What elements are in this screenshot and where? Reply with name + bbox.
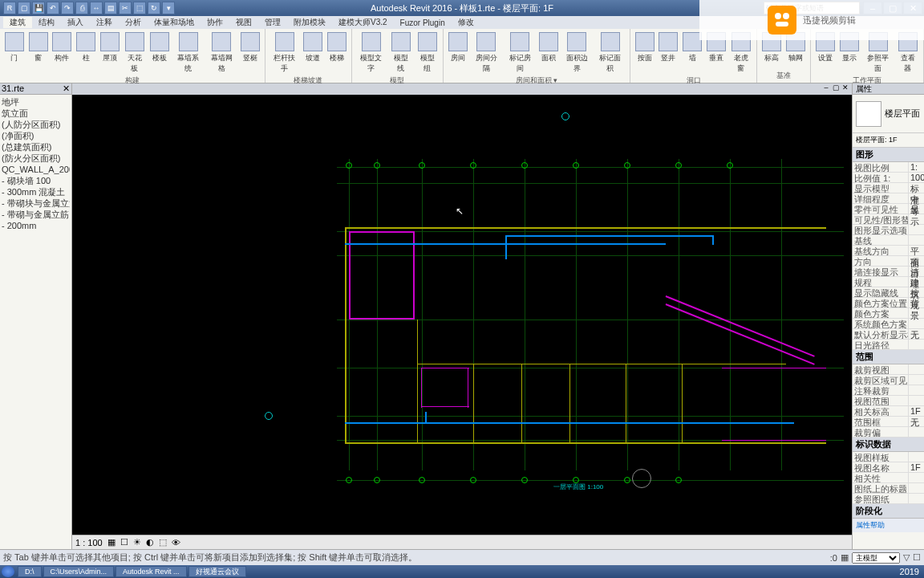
detail-level-icon[interactable]: ▦ — [107, 537, 116, 547]
canvas-maximize-icon[interactable]: ▢ — [831, 83, 841, 93]
prop-row[interactable]: 比例值 1:100 — [853, 173, 924, 183]
ribbon-tool[interactable]: 屋顶 — [99, 31, 121, 75]
qat-redo[interactable]: ↷ — [61, 2, 74, 14]
start-button[interactable] — [2, 566, 14, 577]
prop-row[interactable]: 视图名称1F — [853, 462, 924, 473]
prop-value[interactable] — [908, 375, 924, 385]
browser-close-icon[interactable]: ✕ — [63, 83, 70, 94]
prop-row[interactable]: 图形显示选项 — [853, 225, 924, 235]
prop-value[interactable]: 无 — [908, 417, 924, 426]
qat-sync[interactable]: ↻ — [148, 2, 160, 14]
prop-value[interactable]: 建筑 — [908, 277, 924, 287]
prop-row[interactable]: 日光路径 — [853, 340, 924, 350]
elevation-marker[interactable] — [265, 412, 273, 420]
tree-item[interactable]: QC_WALL_A_200mm — [2, 164, 70, 175]
tree-item[interactable]: - 200mm — [2, 220, 70, 231]
prop-value[interactable] — [908, 396, 924, 405]
prop-row[interactable]: 规程建筑 — [853, 277, 924, 287]
prop-row[interactable]: 基线方向平面 — [853, 246, 924, 256]
tree-item[interactable]: - 带砌与金属立筋 — [2, 209, 70, 220]
crop-icon[interactable]: ⬚ — [159, 537, 167, 547]
ribbon-tool[interactable]: 栏杆扶手 — [269, 31, 301, 75]
prop-group-header[interactable]: 阶段化 — [853, 504, 924, 519]
prop-row[interactable]: 裁剪视图 — [853, 364, 924, 375]
prop-value[interactable] — [908, 473, 924, 482]
ribbon-tool[interactable]: 天花板 — [123, 31, 148, 75]
qat-measure[interactable]: ↔ — [90, 2, 103, 14]
tab-addins[interactable]: 附加模块 — [287, 17, 332, 28]
qat-app-icon[interactable]: R — [3, 2, 16, 14]
status-select-icon[interactable]: ☐ — [913, 552, 921, 563]
prop-value[interactable]: 背景 — [908, 298, 924, 307]
prop-value[interactable] — [908, 340, 924, 349]
tree-item[interactable]: (人防分区面积) — [2, 119, 70, 130]
tab-plugin2[interactable]: Fuzor Plugin — [394, 18, 452, 27]
qat-align[interactable]: ▤ — [104, 2, 117, 14]
browser-tree[interactable]: 地坪筑立面(人防分区面积)(净面积)(总建筑面积)(防火分区面积)QC_WALL… — [0, 95, 71, 233]
ribbon-tool[interactable]: 房间分隔 — [471, 31, 503, 75]
props-table[interactable]: 图形视图比例1:比例值 1:100显示模型标准详细程度中等零件可见性显示可见性/… — [853, 148, 924, 519]
tab-analyze[interactable]: 分析 — [119, 17, 148, 28]
prop-row[interactable]: 相关标高1F — [853, 406, 924, 417]
prop-row[interactable]: 详细程度中等 — [853, 193, 924, 204]
prop-value[interactable] — [908, 319, 924, 328]
tab-collab[interactable]: 协作 — [201, 17, 229, 28]
prop-row[interactable]: 显示模型标准 — [853, 183, 924, 193]
status-filter-icon[interactable]: ▽ — [903, 552, 910, 563]
prop-row[interactable]: 图纸上的标题 — [853, 483, 924, 494]
ribbon-tool[interactable]: 面积边界 — [561, 31, 594, 75]
task-explorer2[interactable]: C:\Users\Admin... — [43, 566, 115, 577]
prop-group-header[interactable]: 图形 — [853, 148, 924, 162]
ribbon-tool[interactable]: 门 — [3, 31, 26, 75]
ribbon-tool[interactable]: 模型文字 — [355, 31, 387, 75]
elevation-marker[interactable] — [561, 112, 569, 120]
shadows-icon[interactable]: ◐ — [146, 537, 154, 547]
tab-insert[interactable]: 插入 — [61, 17, 90, 28]
prop-value[interactable] — [908, 364, 924, 374]
props-type-selector[interactable]: 楼层平面 — [853, 95, 924, 133]
ribbon-tool[interactable]: 窗 — [27, 31, 50, 75]
task-explorer1[interactable]: D:\ — [18, 566, 42, 577]
ribbon-tool[interactable]: 竖井 — [657, 31, 679, 75]
prop-row[interactable]: 系统颜色方案 — [853, 319, 924, 329]
prop-value[interactable]: 项目 — [908, 256, 924, 266]
ribbon-tool[interactable]: 标记面积 — [594, 31, 626, 75]
sun-path-icon[interactable]: ☀ — [133, 537, 141, 547]
prop-row[interactable]: 方向项目 — [853, 256, 924, 267]
prop-value[interactable] — [908, 214, 924, 224]
prop-value[interactable]: 100 — [908, 173, 924, 182]
qat-print[interactable]: ⎙ — [75, 2, 88, 14]
prop-value[interactable]: 按规 — [908, 287, 924, 297]
prop-value[interactable] — [908, 494, 924, 503]
prop-row[interactable]: 相关性 — [853, 473, 924, 483]
project-browser[interactable]: 31.rte ✕ 地坪筑立面(人防分区面积)(净面积)(总建筑面积)(防火分区面… — [0, 83, 72, 549]
prop-value[interactable]: 1F — [908, 462, 924, 472]
ribbon-tool[interactable]: 楼板 — [148, 31, 171, 75]
ribbon-tool[interactable]: 模型线 — [389, 31, 414, 75]
tree-item[interactable]: (总建筑面积) — [2, 141, 70, 153]
prop-row[interactable]: 基线 — [853, 235, 924, 246]
scale-display[interactable]: 1 : 100 — [75, 538, 103, 547]
tab-massing[interactable]: 体量和场地 — [148, 17, 201, 28]
canvas-minimize-icon[interactable]: – — [821, 83, 831, 93]
ribbon-tool[interactable]: 面积 — [537, 31, 560, 75]
prop-value[interactable] — [908, 385, 924, 395]
floor-plan[interactable]: 一层平面图 1:100 ↖ — [72, 95, 852, 535]
ribbon-tool[interactable]: 坡道 — [302, 31, 324, 75]
prop-row[interactable]: 零件可见性显示 — [853, 204, 924, 214]
prop-row[interactable]: 墙连接显示清理 — [853, 267, 924, 277]
prop-value[interactable]: 1F — [908, 406, 924, 416]
prop-row[interactable]: 可见性/图形替换 — [853, 214, 924, 225]
view-canvas[interactable]: – ▢ ✕ — [72, 83, 852, 549]
qat-save[interactable]: 💾 — [32, 2, 45, 14]
prop-row[interactable]: 视图范围 — [853, 396, 924, 406]
tree-item[interactable]: - 带砌块与金属立筋 — [2, 197, 70, 209]
tree-item[interactable]: (净面积) — [2, 130, 70, 141]
prop-row[interactable]: 显示隐藏线按规 — [853, 287, 924, 298]
props-help-link[interactable]: 属性帮助 — [853, 519, 924, 532]
qat-undo[interactable]: ↶ — [47, 2, 59, 14]
prop-value[interactable] — [908, 427, 924, 437]
ribbon-tool[interactable]: 柱 — [75, 31, 97, 75]
prop-row[interactable]: 颜色方案 — [853, 308, 924, 319]
prop-value[interactable] — [908, 452, 924, 462]
